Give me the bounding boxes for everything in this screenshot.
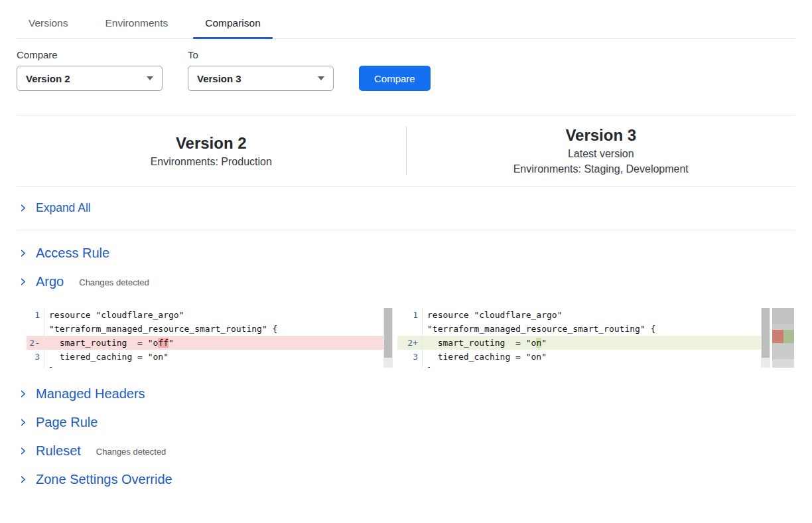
section-label: Ruleset <box>36 443 81 459</box>
chevron-right-icon <box>19 277 27 286</box>
tab-environments[interactable]: Environments <box>93 11 180 38</box>
code-line: 1 resource "cloudflare_argo" <box>397 308 761 322</box>
section-page-rule[interactable]: Page Rule <box>17 408 795 437</box>
section-label: Managed Headers <box>36 386 145 402</box>
line-number: 2+ <box>397 336 423 350</box>
line-number: 3 <box>27 350 44 364</box>
version-panel-left: Version 2 Environments: Production <box>17 126 406 175</box>
expand-all-row[interactable]: Expand All <box>17 187 795 230</box>
code-line: 1 resource "cloudflare_argo" <box>27 308 383 322</box>
diff-pane-left: 1 resource "cloudflare_argo" "terraform_… <box>27 308 393 368</box>
version-title: Version 2 <box>176 134 247 153</box>
compare-from-select[interactable]: Version 2 <box>17 66 163 91</box>
line-number: 3 <box>397 350 423 364</box>
expand-all-label: Expand All <box>36 201 91 215</box>
diff-pane-right: 1 resource "cloudflare_argo" "terraform_… <box>397 308 794 368</box>
tab-bar: Versions Environments Comparison <box>17 0 795 38</box>
code-text: resource "cloudflare_argo" <box>423 308 563 322</box>
compare-to-select[interactable]: Version 3 <box>188 66 334 91</box>
section-argo[interactable]: Argo Changes detected <box>17 267 795 296</box>
code-text: smart_routing = "on" <box>423 336 547 350</box>
minimap-removed-marker <box>772 330 783 343</box>
version-environments: Environments: Staging, Development <box>513 163 689 175</box>
code-text: " <box>541 338 547 348</box>
line-number <box>27 364 44 368</box>
version-panel-right: Version 3 Latest version Environments: S… <box>407 126 796 175</box>
removed-word-highlight: ff <box>158 338 169 348</box>
line-number: 2- <box>27 336 44 350</box>
code-line: } <box>397 364 761 368</box>
section-label: Argo <box>36 274 64 289</box>
diff-scrollbar-left[interactable] <box>383 308 393 368</box>
minimap-added-marker <box>783 330 794 343</box>
code-line-removed: 2- smart_routing = "off" <box>27 336 383 350</box>
changes-detected-badge: Changes detected <box>79 277 149 287</box>
code-text: smart_routing = "o <box>49 338 158 348</box>
code-line: "terraform_managed_resource_smart_routin… <box>397 322 761 336</box>
version-panels: Version 2 Environments: Production Versi… <box>17 115 795 187</box>
code-line-added: 2+ smart_routing = "on" <box>397 336 761 350</box>
chevron-right-icon <box>19 418 27 427</box>
code-line: } <box>27 364 383 368</box>
sections-list: Access Rule Argo Changes detected 1 reso… <box>17 230 795 494</box>
compare-from-value: Version 2 <box>26 73 70 84</box>
version-environments: Environments: Production <box>151 156 272 168</box>
minimap-bottom <box>772 359 794 368</box>
changes-detected-badge: Changes detected <box>96 447 167 457</box>
compare-button[interactable]: Compare <box>359 66 431 91</box>
chevron-right-icon <box>19 390 27 398</box>
compare-from-field: Compare Version 2 <box>17 49 163 91</box>
code-text: } <box>44 364 54 368</box>
chevron-down-icon <box>147 76 153 80</box>
chevron-right-icon <box>19 475 27 484</box>
section-ruleset[interactable]: Ruleset Changes detected <box>17 437 795 465</box>
section-managed-headers[interactable]: Managed Headers <box>17 380 795 408</box>
code-line: "terraform_managed_resource_smart_routin… <box>27 322 383 336</box>
diff-code-right: 1 resource "cloudflare_argo" "terraform_… <box>397 308 761 368</box>
code-text: } <box>423 364 433 368</box>
to-label: To <box>188 49 334 60</box>
compare-to-value: Version 3 <box>197 73 241 84</box>
argo-diff: 1 resource "cloudflare_argo" "terraform_… <box>27 308 794 368</box>
code-text: resource "cloudflare_argo" <box>44 308 184 322</box>
compare-to-field: To Version 3 <box>188 49 334 91</box>
line-number: 1 <box>27 308 44 322</box>
line-number <box>397 364 423 368</box>
section-label: Zone Settings Override <box>36 472 172 487</box>
chevron-down-icon <box>318 76 324 80</box>
tab-versions[interactable]: Versions <box>17 11 80 38</box>
tab-comparison[interactable]: Comparison <box>193 11 273 38</box>
compare-controls: Compare Version 2 To Version 3 Compare <box>17 49 795 91</box>
comparison-page: Versions Environments Comparison Compare… <box>17 0 795 494</box>
scrollbar-thumb[interactable] <box>384 308 392 358</box>
minimap-viewport <box>772 308 794 324</box>
line-number <box>397 322 423 336</box>
diff-scrollbar-right[interactable] <box>761 308 770 368</box>
chevron-right-icon <box>19 204 27 212</box>
code-text: tiered_caching = "on" <box>44 350 169 364</box>
code-text: smart_routing = "o <box>427 338 536 348</box>
diff-minimap[interactable] <box>772 308 794 368</box>
version-title: Version 3 <box>565 126 636 145</box>
compare-label: Compare <box>17 49 163 60</box>
code-line: 3 tiered_caching = "on" <box>397 350 761 364</box>
scrollbar-thumb[interactable] <box>762 308 770 358</box>
diff-code-left: 1 resource "cloudflare_argo" "terraform_… <box>27 308 383 368</box>
chevron-right-icon <box>19 249 27 258</box>
line-number: 1 <box>397 308 423 322</box>
section-zone-settings-override[interactable]: Zone Settings Override <box>17 465 795 494</box>
code-line: 3 tiered_caching = "on" <box>27 350 383 364</box>
section-label: Access Rule <box>36 246 109 261</box>
code-text: " <box>169 338 174 348</box>
code-text: tiered_caching = "on" <box>423 350 547 364</box>
code-text: smart_routing = "off" <box>44 336 174 350</box>
code-text: "terraform_managed_resource_smart_routin… <box>44 322 277 336</box>
version-subtitle: Latest version <box>568 148 634 160</box>
code-text: "terraform_managed_resource_smart_routin… <box>423 322 655 336</box>
line-number <box>27 322 44 336</box>
section-access-rule[interactable]: Access Rule <box>17 239 795 267</box>
chevron-right-icon <box>19 447 27 455</box>
section-label: Page Rule <box>36 415 98 430</box>
